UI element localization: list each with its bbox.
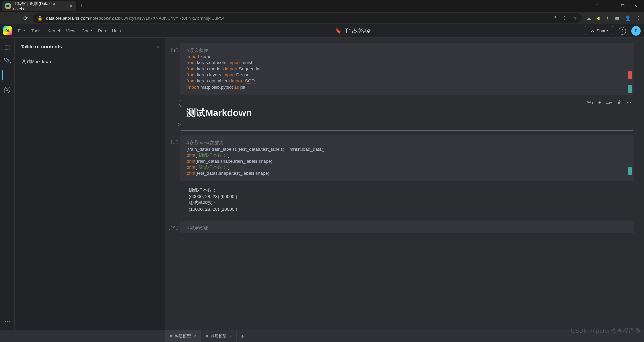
rail-vars-icon[interactable]: (x) [2, 84, 12, 94]
close-window-icon[interactable]: ✕ [634, 4, 637, 8]
cell-output: 训练样本数：(60000, 28, 28) (60000,)测试样本数：(100… [182, 186, 634, 214]
forward-icon[interactable]: → [13, 15, 19, 21]
share-label: Share [596, 28, 608, 33]
menu-tools[interactable]: Tools [31, 28, 41, 33]
back-icon[interactable]: ← [3, 15, 9, 21]
browser-menu-icon[interactable]: ⋮ [636, 15, 641, 21]
cell-body[interactable]: #导入模块import kerasfrom keras.datasets imp… [180, 43, 634, 95]
cell-number: [19] [167, 221, 180, 233]
cell-body[interactable]: #显示图像 [180, 221, 634, 233]
reload-icon[interactable]: ⟳ [23, 15, 28, 21]
share-icon: ⪤ [590, 28, 594, 33]
rail-toc-icon[interactable]: ≡ [2, 70, 12, 80]
code-cell[interactable]: [3] #获取mnist数据集(train_datas,train_labels… [167, 135, 634, 181]
menu-code[interactable]: Code [82, 28, 92, 33]
cell-body[interactable]: #获取mnist数据集(train_datas,train_labels),(t… [180, 135, 634, 181]
sidebar-toc: Table of contents × 测试Markdown [15, 38, 165, 330]
notebook-editor: [1] #导入模块import kerasfrom keras.datasets… [165, 38, 644, 330]
browser-titlebar: DL 手写数字识别 (Datalore notebo × + ˅ — ❐ ✕ [0, 0, 644, 12]
maximize-icon[interactable]: ❐ [621, 4, 625, 8]
minimize-icon[interactable]: — [607, 4, 611, 8]
lock-icon: 🔒 [37, 16, 43, 21]
menu-view[interactable]: View [66, 28, 75, 33]
rail-more-icon[interactable]: ⋯ [2, 317, 12, 326]
new-tab-icon[interactable]: + [80, 3, 84, 10]
ext-green-icon[interactable]: ◉ [596, 15, 600, 21]
tab-close-icon[interactable]: × [229, 334, 232, 339]
translate-icon[interactable]: ⠿ [553, 15, 556, 21]
toc-item[interactable]: 测试Markdown [21, 59, 159, 65]
menu-run[interactable]: Run [98, 28, 106, 33]
avatar[interactable]: P [631, 26, 641, 36]
bottom-tab[interactable]: ≡调用模型× [201, 330, 237, 342]
help-icon[interactable]: ? [619, 27, 626, 35]
url-host: datalore.jetbrains.com [46, 16, 89, 21]
bookmark-icon[interactable]: 🔖 [335, 28, 342, 34]
markdown-cell[interactable]: ⬡ ⬡ 👁▾ + ▭▾ 🗑 ⋯ 测试Markdown [167, 100, 634, 131]
bottom-tab-add-icon[interactable]: + [237, 333, 248, 339]
toc-title: Table of contents [21, 44, 159, 49]
tab-close-icon[interactable]: × [194, 334, 196, 339]
cell-type-icon[interactable]: ▭▾ [606, 99, 612, 106]
cell-add-icon[interactable]: + [598, 99, 601, 106]
minimap-error-icon [628, 71, 632, 79]
list-icon: ≡ [206, 334, 208, 339]
rail-cube-icon[interactable]: ⬚ [2, 42, 12, 52]
dropdown-icon[interactable]: ˅ [596, 4, 598, 8]
code-cell[interactable]: [1] #导入模块import kerasfrom keras.datasets… [167, 43, 634, 95]
extension-icons: ☁ ◉ ✦ ▣ 👤 ⋮ [586, 15, 641, 21]
document-title-group: 🔖 手写数字识别 [335, 28, 371, 34]
menu-kernel[interactable]: Kernel [47, 28, 60, 33]
left-rail: ⬚ 📎 ≡ (x) ⋯ [0, 38, 15, 330]
tab-close-icon[interactable]: × [70, 3, 72, 9]
menubar: FileToolsKernelViewCodeRunHelp [18, 28, 121, 33]
cell-number: [3] [167, 135, 180, 181]
minimap-ok-icon [628, 85, 632, 93]
cell-handle-top-icon[interactable]: ⬡ [178, 103, 181, 108]
cell-handle-bottom-icon[interactable]: ⬡ [178, 122, 181, 127]
profile-icon[interactable]: 👤 [625, 15, 631, 21]
url-bar: ← → ⟳ 🔒 datalore.jetbrains.com/notebook/… [0, 12, 644, 24]
cell-number: [1] [167, 43, 180, 95]
document-title: 手写数字识别 [344, 28, 371, 34]
menu-file[interactable]: File [18, 28, 25, 33]
app-header: DL FileToolsKernelViewCodeRunHelp 🔖 手写数字… [0, 24, 644, 38]
cell-visibility-icon[interactable]: 👁▾ [587, 99, 594, 106]
bookmark-star-icon[interactable]: ☆ [573, 15, 577, 21]
cell-body[interactable]: ⬡ ⬡ 👁▾ + ▭▾ 🗑 ⋯ 测试Markdown [180, 100, 634, 131]
url-path: /notebook/nZadxuwHxyshsW1n7XNA0h/CYvYRtU… [89, 16, 224, 21]
sidebar-close-icon[interactable]: × [156, 44, 159, 49]
watermark: CSDN @peler想当程序员 [571, 327, 641, 335]
ext-panel-icon[interactable]: ▣ [615, 15, 620, 21]
address-input[interactable]: 🔒 datalore.jetbrains.com/notebook/nZadxu… [33, 13, 582, 23]
markdown-heading: 测试Markdown [186, 107, 628, 119]
cell-delete-icon[interactable]: 🗑 [617, 99, 622, 106]
bottom-tab[interactable]: ≡构建模型× [165, 330, 201, 342]
menu-help[interactable]: Help [112, 28, 121, 33]
ext-cloud-icon[interactable]: ☁ [586, 15, 591, 21]
datalore-logo-icon[interactable]: DL [3, 26, 12, 35]
rail-attach-icon[interactable]: 📎 [2, 56, 12, 66]
code-cell[interactable]: [19] #显示图像 [167, 221, 634, 233]
share-url-icon[interactable]: ⇧ [562, 15, 567, 21]
tab-title: 手写数字识别 (Datalore notebo [13, 1, 67, 11]
browser-tab[interactable]: DL 手写数字识别 (Datalore notebo × [2, 1, 76, 11]
ext-puzzle-icon[interactable]: ✦ [606, 15, 610, 21]
minimap-ok-icon [628, 167, 632, 175]
tab-favicon-icon: DL [5, 3, 11, 9]
cell-toolbar: 👁▾ + ▭▾ 🗑 ⋯ [587, 99, 631, 106]
list-icon: ≡ [170, 334, 172, 339]
window-controls: ˅ — ❐ ✕ [596, 4, 642, 8]
bottom-tab-bar: ≡构建模型×≡调用模型× + [0, 330, 644, 342]
share-button[interactable]: ⪤ Share [585, 26, 613, 35]
cell-more-icon[interactable]: ⋯ [627, 99, 631, 106]
